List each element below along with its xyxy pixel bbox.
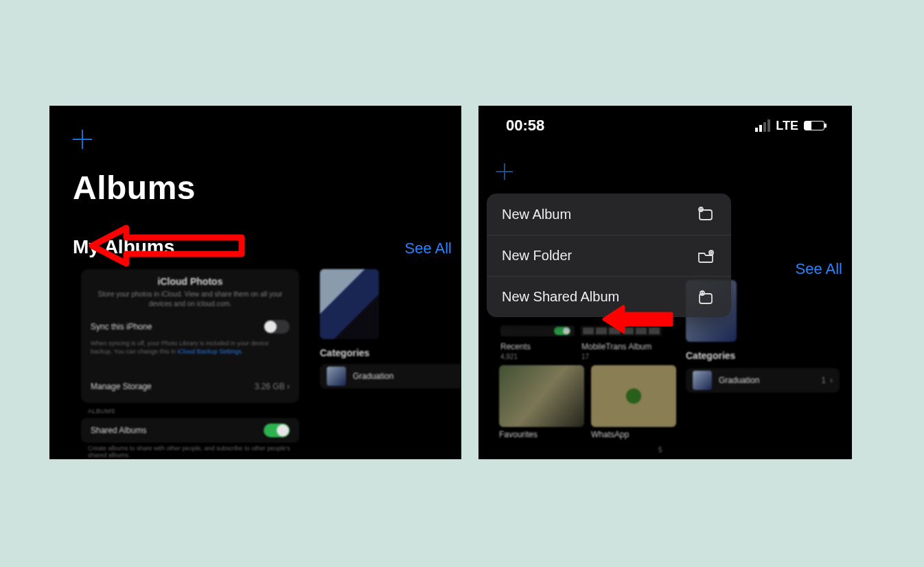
screenshot-left: Albums My Albums See All iCloud Photos S…	[49, 106, 461, 459]
album-cell[interactable]: Favourites	[499, 365, 584, 439]
whatsapp-count: 5	[658, 446, 662, 454]
icloud-settings-link[interactable]: iCloud Backup Settings	[178, 348, 242, 355]
status-bar: 00:58 LTE	[478, 117, 852, 135]
album-name: Favourites	[499, 430, 584, 439]
album-cell[interactable]: WhatsApp	[591, 365, 676, 439]
add-menu-popover: New Album New Folder New Shared Album	[487, 194, 731, 317]
album-name: WhatsApp	[591, 430, 676, 439]
new-album-menu-item[interactable]: New Album	[487, 194, 731, 235]
page-title: Albums	[73, 169, 196, 207]
shared-albums-hint: Create albums to share with other people…	[88, 445, 294, 459]
folder-plus-icon	[695, 248, 716, 264]
battery-icon	[804, 121, 824, 130]
category-name: Graduation	[353, 371, 393, 381]
recents-count: 4,921	[500, 353, 518, 360]
category-thumbnail	[327, 367, 346, 386]
annotation-arrow-left	[92, 224, 250, 281]
manage-storage-label: Manage Storage	[91, 382, 152, 391]
mobiletrans-count: 17	[581, 353, 589, 360]
annotation-arrow-right	[604, 305, 680, 343]
category-row[interactable]: Graduation 1 ›	[686, 368, 840, 393]
categories-heading: Categories	[320, 347, 369, 358]
album-plus-icon	[695, 207, 716, 222]
sync-row[interactable]: Sync this iPhone	[91, 316, 290, 337]
category-thumbnail	[693, 371, 712, 390]
shared-album-icon	[695, 289, 716, 305]
screenshot-right: 00:58 LTE Recents 4,921 MobileTrans Albu…	[478, 106, 852, 459]
category-row[interactable]: Graduation 1 ›	[320, 364, 461, 389]
signal-icon	[755, 119, 770, 132]
svg-marker-11	[604, 307, 671, 332]
mobiletrans-label: MobileTrans Album	[581, 342, 651, 351]
storage-value: 3.26 GB ›	[255, 382, 290, 391]
new-folder-label: New Folder	[502, 248, 572, 264]
see-all-link[interactable]: See All	[796, 260, 843, 278]
categories-heading: Categories	[686, 350, 735, 361]
icloud-desc: Store your photos in iCloud. View and sh…	[91, 290, 290, 308]
new-album-label: New Album	[502, 207, 571, 222]
network-label: LTE	[776, 119, 798, 133]
sync-label: Sync this iPhone	[91, 322, 152, 332]
category-count: 1	[821, 375, 826, 385]
recents-label: Recents	[500, 342, 531, 351]
add-button[interactable]	[73, 130, 92, 149]
add-button[interactable]	[496, 163, 513, 180]
toggle-strip[interactable]	[500, 325, 575, 336]
sync-hint: When syncing is off, your Photo Library …	[91, 340, 290, 356]
see-all-link[interactable]: See All	[405, 240, 452, 257]
albums-section-label: ALBUMS	[88, 408, 115, 415]
sync-toggle[interactable]	[264, 320, 290, 334]
shared-albums-toggle[interactable]	[264, 424, 290, 437]
new-folder-menu-item[interactable]: New Folder	[487, 235, 731, 276]
manage-storage-row[interactable]: Manage Storage 3.26 GB ›	[81, 376, 299, 397]
shared-albums-label: Shared Albums	[91, 426, 146, 435]
category-name: Graduation	[719, 375, 759, 385]
new-shared-label: New Shared Album	[502, 289, 619, 305]
svg-marker-0	[92, 228, 242, 264]
shared-albums-row[interactable]: Shared Albums	[81, 418, 299, 443]
chevron-right-icon: ›	[830, 375, 833, 385]
status-time: 00:58	[506, 117, 544, 135]
album-thumbnail[interactable]	[320, 269, 379, 339]
album-grid: Favourites WhatsApp	[499, 365, 676, 439]
svg-point-10	[702, 291, 703, 292]
